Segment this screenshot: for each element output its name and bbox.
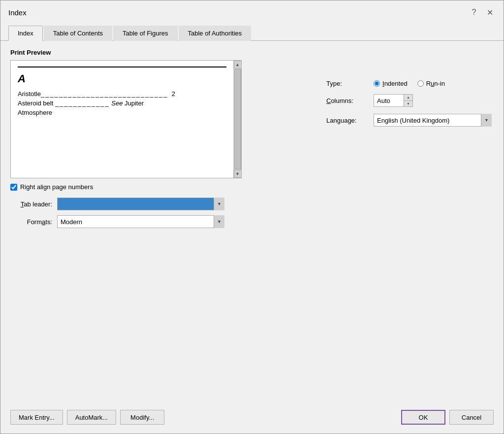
help-button[interactable]: ? (468, 6, 480, 18)
title-bar-controls: ? ✕ (468, 6, 496, 18)
formats-select-wrapper: Modern Classic Fancy Bulleted Formal Sim… (57, 215, 224, 228)
dialog-title: Index (8, 8, 27, 17)
type-radio-group: Indented Run-in (374, 80, 445, 87)
columns-spinner-down[interactable]: ▼ (404, 101, 412, 107)
right-col: Type: Indented Run-in (326, 60, 494, 395)
tab-table-of-figures[interactable]: Table of Figures (113, 26, 178, 41)
columns-spinners: ▲ ▼ (404, 95, 412, 106)
preview-entry-0: Aristotle____________________________ 2 (18, 90, 226, 98)
ok-button[interactable]: OK (401, 410, 445, 425)
tab-leader-select[interactable]: ___ none ..... ----- (57, 198, 224, 210)
tab-leader-label: Tab leader: (10, 200, 52, 208)
mark-entry-button[interactable]: Mark Entry... (10, 410, 63, 425)
left-col: A Aristotle____________________________ … (10, 60, 312, 395)
type-runin-radio[interactable] (417, 80, 424, 87)
columns-row: Columns: ▲ ▼ (326, 94, 494, 107)
tab-leader-select-wrapper: ___ none ..... ----- ▼ (57, 198, 224, 210)
cancel-button[interactable]: Cancel (449, 410, 494, 425)
language-select[interactable]: English (United Kingdom) English (United… (374, 114, 492, 127)
type-indented-label: Indented (382, 80, 408, 87)
language-select-wrapper: English (United Kingdom) English (United… (374, 114, 492, 127)
print-preview-box: A Aristotle____________________________ … (10, 60, 242, 178)
columns-wrapper: ▲ ▼ (374, 94, 413, 107)
preview-entry-1: Asteroid belt ____________ See Jupiter (18, 100, 226, 107)
main-row: A Aristotle____________________________ … (10, 60, 494, 395)
bottom-right-buttons: OK Cancel (401, 410, 494, 425)
type-row: Type: Indented Run-in (326, 80, 494, 87)
right-align-label[interactable]: Right align page numbers (20, 183, 93, 191)
tab-table-of-contents[interactable]: Table of Contents (44, 26, 112, 41)
formats-select[interactable]: Modern Classic Fancy Bulleted Formal Sim… (57, 215, 224, 228)
bottom-left-buttons: Mark Entry... AutoMark... Modify... (10, 410, 164, 425)
preview-scrollbar: ▲ ▼ (233, 61, 241, 178)
right-align-row: Right align page numbers (10, 183, 312, 191)
close-button[interactable]: ✕ (484, 6, 496, 18)
preview-letter: A (18, 72, 226, 85)
content-area: Print Preview A Aristotle_______________… (0, 41, 504, 403)
tabs-row: Index Table of Contents Table of Figures… (0, 21, 504, 41)
type-label: Type: (326, 80, 366, 87)
tab-leader-row: Tab leader: ___ none ..... ----- ▼ (10, 198, 312, 210)
columns-input[interactable] (374, 95, 404, 106)
tab-index[interactable]: Index (8, 26, 43, 41)
scrollbar-thumb[interactable] (234, 69, 241, 169)
type-runin-label: Run-in (426, 80, 445, 87)
formats-label: Formats: (10, 218, 52, 226)
columns-label: Columns: (326, 97, 366, 104)
columns-spinner-up[interactable]: ▲ (404, 95, 412, 101)
preview-top-line (18, 67, 226, 67)
preview-entry-2: Atmosphere (18, 109, 226, 116)
automark-button[interactable]: AutoMark... (67, 410, 116, 425)
right-align-checkbox[interactable] (10, 184, 17, 191)
modify-button[interactable]: Modify... (120, 410, 164, 425)
scrollbar-up-button[interactable]: ▲ (234, 61, 242, 68)
language-label: Language: (326, 117, 366, 124)
print-preview-label: Print Preview (10, 49, 494, 56)
bottom-buttons: Mark Entry... AutoMark... Modify... OK C… (0, 403, 504, 434)
type-indented-radio[interactable] (374, 80, 380, 87)
scrollbar-down-button[interactable]: ▼ (234, 170, 242, 178)
preview-content: A Aristotle____________________________ … (11, 61, 233, 178)
type-indented-option[interactable]: Indented (374, 80, 408, 87)
index-dialog: Index ? ✕ Index Table of Contents Table … (0, 0, 504, 434)
title-bar: Index ? ✕ (0, 0, 504, 18)
type-runin-option[interactable]: Run-in (417, 80, 445, 87)
tab-table-of-authorities[interactable]: Table of Authorities (179, 26, 252, 41)
language-row: Language: English (United Kingdom) Engli… (326, 114, 494, 127)
formats-row: Formats: Modern Classic Fancy Bulleted F… (10, 215, 312, 228)
